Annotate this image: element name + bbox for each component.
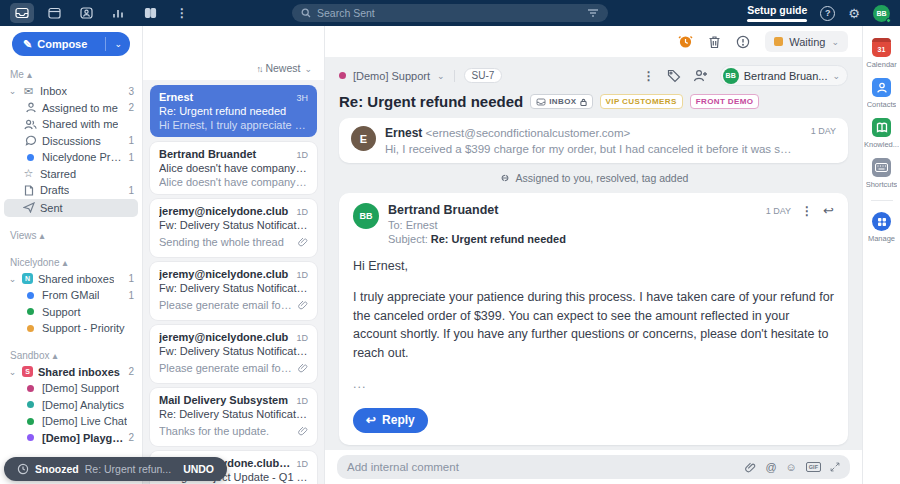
rail-item-shortcuts[interactable]: Shortcuts	[863, 158, 900, 189]
subject-label: Subject:	[388, 233, 431, 245]
ticket-id-badge[interactable]: SU-7	[464, 68, 503, 83]
emoji-icon[interactable]: ☺	[786, 461, 797, 473]
email-list-item[interactable]: Mail Delivery Subsystem1D Re: Delivery S…	[150, 388, 317, 446]
filter-icon[interactable]	[587, 8, 599, 18]
gif-icon[interactable]: GIF	[806, 462, 821, 472]
channel-dot	[27, 308, 34, 315]
attach-file-icon[interactable]	[745, 462, 756, 473]
message-more-icon[interactable]: ⋮	[801, 204, 813, 218]
rail-item-manage[interactable]: Manage	[863, 212, 900, 243]
sidebar-item-inbox[interactable]: ⌄ ✉ Inbox 3	[0, 83, 142, 100]
search-input[interactable]: Search Sent	[292, 4, 608, 22]
message-time: 1 DAY	[811, 126, 836, 136]
sidebar-item-sandbox-shared-inboxes[interactable]: ⌄ S Shared inboxes 2	[0, 364, 142, 381]
sidebar-item-sent[interactable]: Sent	[4, 199, 138, 217]
help-icon[interactable]: ?	[820, 6, 835, 21]
split-view-nav-icon[interactable]	[138, 3, 162, 23]
org-badge-n: N	[22, 273, 33, 284]
undo-button[interactable]: UNDO	[183, 463, 214, 475]
clock-icon	[17, 463, 29, 475]
inbox-badge[interactable]: INBOX	[530, 94, 592, 109]
rail-item-knowledge[interactable]: Knowled...	[863, 118, 900, 149]
analytics-nav-icon[interactable]	[106, 3, 130, 23]
search-placeholder: Search Sent	[317, 7, 375, 19]
section-header-sandbox[interactable]: Sandbox▴	[0, 345, 142, 364]
rail-item-calendar[interactable]: 31 Calendar	[863, 38, 900, 69]
assign-person-icon[interactable]	[693, 69, 708, 82]
status-dropdown[interactable]: Waiting ⌄	[765, 31, 848, 52]
mention-icon[interactable]: @	[765, 461, 776, 473]
contacts-nav-icon[interactable]	[74, 3, 98, 23]
chevron-down-icon[interactable]: ⌄	[8, 274, 17, 284]
channel-dot	[27, 292, 34, 299]
waiting-color-square	[774, 37, 783, 46]
sender-avatar: E	[351, 126, 376, 151]
section-header-me[interactable]: Me▴	[0, 64, 142, 83]
expand-icon[interactable]	[830, 462, 840, 472]
email-list-item[interactable]: jeremy@nicelydone.club1D Fw: Delivery St…	[150, 262, 317, 320]
compose-dropdown[interactable]: ⌄	[106, 39, 130, 49]
sidebar-item-support[interactable]: Support	[0, 304, 142, 321]
calendar-nav-icon[interactable]	[42, 3, 66, 23]
sort-control[interactable]: ↑↓ Newest ⌄	[143, 26, 324, 80]
sidebar-item-demo-analytics[interactable]: [Demo] Analytics	[0, 397, 142, 414]
chevron-down-icon[interactable]: ⌄	[8, 367, 17, 377]
inbox-tray-icon	[536, 98, 546, 106]
knowledge-book-icon	[872, 118, 891, 137]
section-header-views[interactable]: Views▴	[0, 225, 142, 244]
sidebar-item-from-gmail[interactable]: From GMail 1	[0, 287, 142, 304]
sidebar-item-demo-live-chat[interactable]: [Demo] Live Chat	[0, 413, 142, 430]
sort-arrows-icon: ↑↓	[256, 64, 261, 74]
setup-guide[interactable]: Setup guide	[747, 4, 807, 22]
email-list-item[interactable]: Bertrand Bruandet1D Alice doesn't have c…	[150, 142, 317, 194]
attachment-icon	[298, 422, 308, 440]
sidebar-item-shared-with-me[interactable]: Shared with me	[0, 116, 142, 133]
sidebar-item-nicelydone-shared-inboxes[interactable]: ⌄ N Shared inboxes 1	[0, 271, 142, 288]
right-utility-rail: 31 Calendar Contacts Knowled... Shortcut…	[862, 26, 900, 484]
sidebar-item-starred[interactable]: ☆ Starred	[0, 166, 142, 183]
top-bar: ⋮ Search Sent Setup guide ? ⚙ BB	[0, 0, 900, 26]
email-list-item[interactable]: jeremy@nicelydone.club1D Fw: Delivery St…	[150, 199, 317, 257]
section-header-nicelydone[interactable]: Nicelydone▴	[0, 252, 142, 271]
thread-more-icon[interactable]: ⋮	[643, 69, 655, 83]
reply-button[interactable]: ↩ Reply	[353, 408, 428, 433]
reply-arrow-icon[interactable]: ↩	[823, 203, 834, 218]
internal-comment-input[interactable]: Add internal comment @ ☺ GIF	[337, 455, 850, 479]
front-demo-badge[interactable]: FRONT DEMO	[690, 94, 760, 109]
inbox-icon: ✉	[24, 86, 33, 97]
channel-dot	[27, 434, 34, 441]
person-icon	[25, 102, 37, 113]
snooze-icon[interactable]	[678, 34, 693, 49]
sidebar-item-demo-playground[interactable]: [Demo] Playground 2	[0, 430, 142, 447]
settings-gear-icon[interactable]: ⚙	[848, 6, 860, 21]
more-nav-icon[interactable]: ⋮	[170, 3, 194, 23]
trash-icon[interactable]	[708, 35, 721, 49]
sidebar-item-assigned-to-me[interactable]: Assigned to me 2	[0, 100, 142, 117]
sidebar-item-discussions[interactable]: Discussions 1	[0, 133, 142, 150]
sidebar-item-demo-support[interactable]: [Demo] Support	[0, 380, 142, 397]
thread-scroll-area[interactable]: E Ernest <ernest@secondfictionalcustomer…	[325, 118, 862, 450]
tag-icon[interactable]	[667, 69, 681, 83]
email-list-item[interactable]: jeremy@nicelydone.club1D Fw: Delivery St…	[150, 325, 317, 383]
calendar-icon: 31	[872, 38, 891, 57]
sidebar-item-drafts[interactable]: Drafts 1	[0, 182, 142, 199]
collapsed-message[interactable]: E Ernest <ernest@secondfictionalcustomer…	[339, 118, 848, 163]
rail-item-contacts[interactable]: Contacts	[863, 78, 900, 109]
thread-inbox-selector[interactable]: [Demo] Support	[353, 70, 430, 82]
quoted-text-ellipsis[interactable]: ...	[353, 375, 834, 394]
assignee-selector[interactable]: BB Bertrand Bruan... ⌄	[720, 65, 848, 86]
chevron-down-icon[interactable]: ⌄	[8, 86, 17, 96]
setup-progress-bar	[747, 19, 807, 22]
user-avatar[interactable]: BB	[873, 5, 890, 22]
sidebar-item-support-priority[interactable]: Support - Priority	[0, 320, 142, 337]
paper-plane-icon	[23, 202, 35, 213]
presence-dot	[886, 18, 891, 23]
vip-customers-badge[interactable]: VIP CUSTOMERS	[600, 94, 683, 109]
email-list-item[interactable]: Ernest3H Re: Urgent refund needed Hi Ern…	[150, 85, 317, 137]
toast-label: Snoozed	[35, 463, 79, 475]
alert-icon[interactable]	[736, 35, 750, 49]
compose-button[interactable]: ✎Compose ⌄	[12, 32, 130, 56]
mail-nav-icon[interactable]	[10, 3, 34, 23]
sidebar-item-nicelydone-products[interactable]: Nicelydone Products 1	[0, 149, 142, 166]
compose-icon: ✎	[23, 38, 32, 51]
